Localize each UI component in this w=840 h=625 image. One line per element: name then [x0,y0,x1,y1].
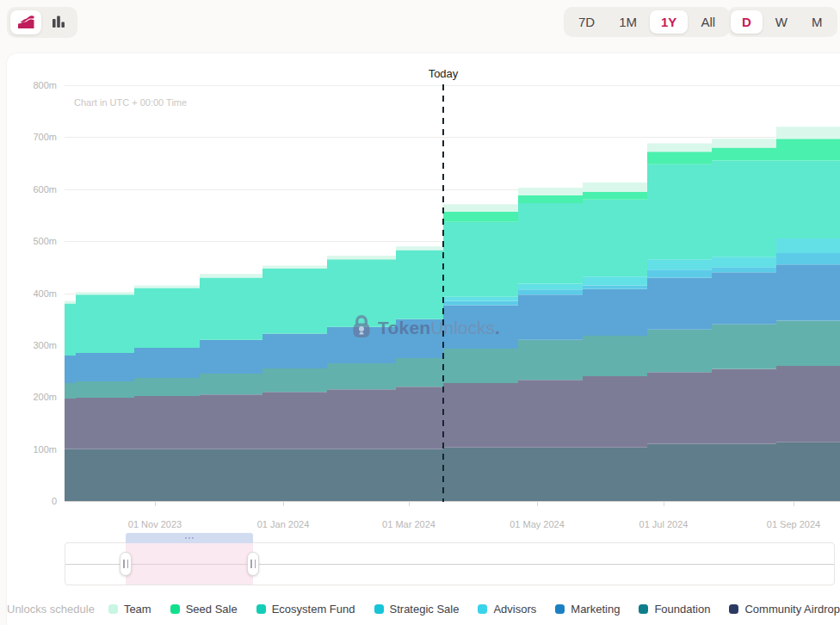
granularity-week-button[interactable]: W [764,10,799,34]
area-chart-icon [16,13,35,33]
range-1y-button[interactable]: 1Y [650,10,688,34]
today-line [442,84,444,502]
range-all-button[interactable]: All [689,10,726,34]
gridline [65,501,840,502]
legend-label: Ecosystem Fund [272,603,355,616]
range-navigator[interactable] [65,542,835,585]
x-axis-tick [155,501,156,506]
area-chart-button[interactable] [10,10,41,34]
legend-item-seed-sale[interactable]: Seed Sale [170,603,238,616]
legend-item-community-airdrop[interactable]: Community Airdrop [729,603,840,616]
range-1m-button[interactable]: 1M [608,10,648,34]
today-label: Today [409,67,478,80]
y-axis-label: 500m [10,236,57,246]
legend-items: TeamSeed SaleEcosystem FundStrategic Sal… [108,603,840,616]
granularity-month-button[interactable]: M [800,10,834,34]
range-7d-button[interactable]: 7D [567,10,606,34]
legend: Unlocks schedule TeamSeed SaleEcosystem … [7,603,833,616]
y-axis-label: 200m [10,392,57,402]
navigator-right-handle[interactable] [247,552,259,576]
legend-label: Strategic Sale [390,603,460,616]
series-area-public-sale [65,442,840,501]
legend-swatch [478,604,487,614]
legend-label: Team [124,603,151,616]
x-axis-tick [409,501,410,506]
chart-card: 800m700m600m500m400m300m200m100m001 Nov … [7,53,840,625]
legend-label: Advisors [493,603,536,616]
x-axis-label: 01 Jul 2024 [621,519,707,529]
legend-item-foundation[interactable]: Foundation [639,603,710,616]
navigator-left-handle[interactable] [120,552,132,576]
legend-label: Community Airdrop [744,603,840,616]
legend-swatch [729,604,738,614]
legend-swatch [639,604,648,614]
legend-item-team[interactable]: Team [108,603,151,616]
y-axis-label: 100m [10,444,57,455]
x-axis-tick [794,501,794,506]
stacked-area-plot[interactable] [65,85,840,501]
x-axis-label: 01 Nov 2023 [112,519,198,529]
x-axis-tick [537,501,538,506]
x-axis-label: 01 Sep 2024 [750,519,837,529]
legend-swatch [170,604,180,614]
legend-swatch [108,604,118,614]
x-axis-tick [283,501,284,506]
y-axis-label: 0 [10,496,57,506]
legend-caption: Unlocks schedule [7,603,95,616]
legend-label: Foundation [654,603,710,616]
x-axis-label: 01 Jan 2024 [240,519,326,529]
legend-swatch [374,604,384,614]
legend-item-strategic-sale[interactable]: Strategic Sale [374,603,460,616]
token-unlocks-screen: 7D 1M 1Y All D W M 800m700m600m500m400m3… [0,0,840,625]
legend-item-marketing[interactable]: Marketing [555,603,620,616]
range-selector: 7D 1M 1Y All [564,7,730,37]
y-axis-label: 700m [10,132,57,142]
bar-chart-button[interactable] [43,10,74,34]
navigator-selection[interactable] [126,543,253,585]
legend-label: Seed Sale [186,603,238,616]
chart-type-toggle [7,7,77,38]
x-axis-label: 01 May 2024 [494,519,580,529]
y-axis-label: 600m [10,184,57,195]
legend-swatch [555,604,565,614]
x-axis-label: 01 Mar 2024 [366,519,452,529]
legend-swatch [256,604,266,614]
granularity-day-button[interactable]: D [731,10,763,34]
bar-chart-icon [50,13,67,33]
legend-item-advisors[interactable]: Advisors [478,603,536,616]
granularity-selector: D W M [727,7,837,37]
y-axis-label: 400m [10,288,57,299]
x-axis-tick [664,501,664,506]
legend-label: Marketing [571,603,620,616]
navigator-drag-bar[interactable] [126,533,253,543]
legend-item-ecosystem-fund[interactable]: Ecosystem Fund [256,603,355,616]
y-axis-label: 800m [10,80,57,90]
y-axis-label: 300m [10,340,57,350]
